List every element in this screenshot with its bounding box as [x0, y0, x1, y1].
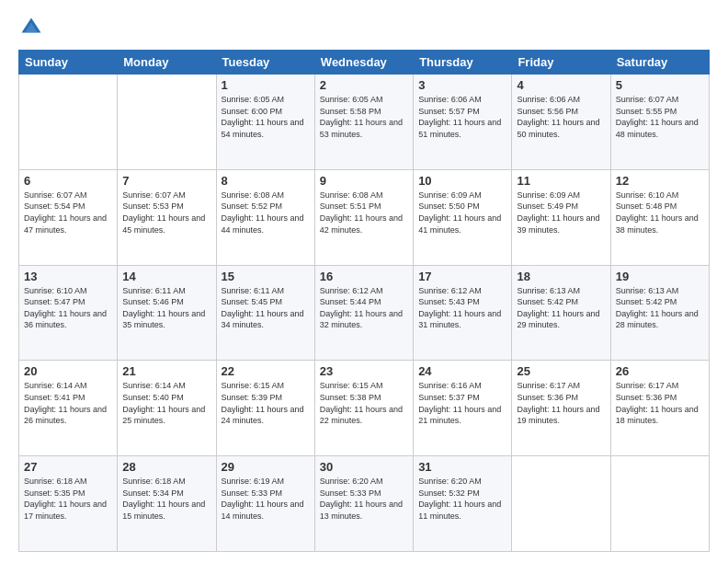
day-cell: 7Sunrise: 6:07 AM Sunset: 5:53 PM Daylig… [118, 169, 216, 265]
day-info: Sunrise: 6:09 AM Sunset: 5:50 PM Dayligh… [418, 190, 506, 236]
day-number: 20 [24, 364, 112, 378]
day-info: Sunrise: 6:20 AM Sunset: 5:32 PM Dayligh… [418, 476, 506, 522]
day-cell: 26Sunrise: 6:17 AM Sunset: 5:36 PM Dayli… [610, 361, 709, 456]
day-cell: 5Sunrise: 6:07 AM Sunset: 5:55 PM Daylig… [610, 75, 709, 170]
day-cell [19, 75, 118, 170]
day-info: Sunrise: 6:20 AM Sunset: 5:33 PM Dayligh… [320, 476, 408, 522]
day-number: 9 [320, 174, 408, 188]
day-cell: 28Sunrise: 6:18 AM Sunset: 5:34 PM Dayli… [118, 456, 216, 552]
day-number: 18 [517, 270, 605, 283]
day-number: 8 [222, 174, 310, 188]
day-cell: 3Sunrise: 6:06 AM Sunset: 5:57 PM Daylig… [414, 75, 512, 170]
day-cell: 10Sunrise: 6:09 AM Sunset: 5:50 PM Dayli… [414, 169, 512, 265]
day-info: Sunrise: 6:17 AM Sunset: 5:36 PM Dayligh… [616, 380, 704, 426]
day-info: Sunrise: 6:15 AM Sunset: 5:38 PM Dayligh… [320, 380, 408, 426]
day-info: Sunrise: 6:05 AM Sunset: 5:58 PM Dayligh… [320, 94, 408, 140]
day-info: Sunrise: 6:05 AM Sunset: 6:00 PM Dayligh… [222, 94, 310, 140]
day-number: 26 [616, 364, 704, 378]
day-cell [118, 75, 216, 170]
day-info: Sunrise: 6:15 AM Sunset: 5:39 PM Dayligh… [222, 380, 310, 426]
day-cell: 20Sunrise: 6:14 AM Sunset: 5:41 PM Dayli… [19, 361, 118, 456]
day-cell [512, 456, 610, 552]
week-row-4: 20Sunrise: 6:14 AM Sunset: 5:41 PM Dayli… [19, 361, 710, 456]
day-number: 25 [517, 364, 605, 378]
day-cell: 19Sunrise: 6:13 AM Sunset: 5:42 PM Dayli… [610, 265, 709, 361]
calendar: SundayMondayTuesdayWednesdayThursdayFrid… [18, 50, 710, 552]
day-number: 24 [418, 364, 506, 378]
day-number: 2 [320, 78, 408, 92]
day-cell: 30Sunrise: 6:20 AM Sunset: 5:33 PM Dayli… [314, 456, 413, 552]
day-cell: 16Sunrise: 6:12 AM Sunset: 5:44 PM Dayli… [314, 265, 413, 361]
day-cell: 2Sunrise: 6:05 AM Sunset: 5:58 PM Daylig… [314, 75, 413, 170]
day-cell: 4Sunrise: 6:06 AM Sunset: 5:56 PM Daylig… [512, 75, 610, 170]
day-cell: 25Sunrise: 6:17 AM Sunset: 5:36 PM Dayli… [512, 361, 610, 456]
day-cell: 14Sunrise: 6:11 AM Sunset: 5:46 PM Dayli… [118, 265, 216, 361]
day-number: 27 [24, 460, 112, 474]
day-info: Sunrise: 6:13 AM Sunset: 5:42 PM Dayligh… [517, 285, 605, 331]
day-cell: 1Sunrise: 6:05 AM Sunset: 6:00 PM Daylig… [216, 75, 314, 170]
day-cell: 15Sunrise: 6:11 AM Sunset: 5:45 PM Dayli… [216, 265, 314, 361]
week-row-5: 27Sunrise: 6:18 AM Sunset: 5:35 PM Dayli… [19, 456, 710, 552]
day-number: 10 [418, 174, 506, 188]
day-number: 1 [222, 78, 310, 92]
day-info: Sunrise: 6:11 AM Sunset: 5:45 PM Dayligh… [222, 285, 310, 331]
day-info: Sunrise: 6:12 AM Sunset: 5:44 PM Dayligh… [320, 285, 408, 331]
day-number: 21 [122, 364, 210, 378]
day-info: Sunrise: 6:07 AM Sunset: 5:54 PM Dayligh… [24, 190, 112, 236]
day-number: 4 [517, 78, 605, 92]
day-info: Sunrise: 6:16 AM Sunset: 5:37 PM Dayligh… [418, 380, 506, 426]
day-info: Sunrise: 6:14 AM Sunset: 5:40 PM Dayligh… [122, 380, 210, 426]
weekday-thursday: Thursday [414, 51, 512, 75]
day-cell: 29Sunrise: 6:19 AM Sunset: 5:33 PM Dayli… [216, 456, 314, 552]
day-number: 29 [222, 460, 310, 474]
day-number: 5 [616, 78, 704, 92]
day-number: 16 [320, 270, 408, 283]
weekday-sunday: Sunday [19, 51, 118, 75]
day-info: Sunrise: 6:06 AM Sunset: 5:57 PM Dayligh… [418, 94, 506, 140]
day-cell: 8Sunrise: 6:08 AM Sunset: 5:52 PM Daylig… [216, 169, 314, 265]
day-number: 23 [320, 364, 408, 378]
week-row-3: 13Sunrise: 6:10 AM Sunset: 5:47 PM Dayli… [19, 265, 710, 361]
day-cell: 17Sunrise: 6:12 AM Sunset: 5:43 PM Dayli… [414, 265, 512, 361]
weekday-tuesday: Tuesday [216, 51, 314, 75]
day-number: 12 [616, 174, 704, 188]
logo [18, 15, 48, 40]
day-number: 31 [418, 460, 506, 474]
day-info: Sunrise: 6:06 AM Sunset: 5:56 PM Dayligh… [517, 94, 605, 140]
weekday-monday: Monday [118, 51, 216, 75]
day-info: Sunrise: 6:11 AM Sunset: 5:46 PM Dayligh… [122, 285, 210, 331]
day-cell: 21Sunrise: 6:14 AM Sunset: 5:40 PM Dayli… [118, 361, 216, 456]
day-number: 30 [320, 460, 408, 474]
day-number: 6 [24, 174, 112, 188]
day-cell: 9Sunrise: 6:08 AM Sunset: 5:51 PM Daylig… [314, 169, 413, 265]
day-cell: 13Sunrise: 6:10 AM Sunset: 5:47 PM Dayli… [19, 265, 118, 361]
day-cell: 18Sunrise: 6:13 AM Sunset: 5:42 PM Dayli… [512, 265, 610, 361]
day-info: Sunrise: 6:19 AM Sunset: 5:33 PM Dayligh… [222, 476, 310, 522]
day-number: 7 [122, 174, 210, 188]
day-cell: 11Sunrise: 6:09 AM Sunset: 5:49 PM Dayli… [512, 169, 610, 265]
day-number: 17 [418, 270, 506, 283]
day-number: 15 [222, 270, 310, 283]
logo-icon [18, 15, 44, 40]
day-cell: 22Sunrise: 6:15 AM Sunset: 5:39 PM Dayli… [216, 361, 314, 456]
header [18, 15, 710, 40]
weekday-saturday: Saturday [610, 51, 709, 75]
day-info: Sunrise: 6:18 AM Sunset: 5:35 PM Dayligh… [24, 476, 112, 522]
day-cell: 23Sunrise: 6:15 AM Sunset: 5:38 PM Dayli… [314, 361, 413, 456]
day-number: 11 [517, 174, 605, 188]
day-info: Sunrise: 6:08 AM Sunset: 5:52 PM Dayligh… [222, 190, 310, 236]
day-info: Sunrise: 6:12 AM Sunset: 5:43 PM Dayligh… [418, 285, 506, 331]
day-info: Sunrise: 6:07 AM Sunset: 5:53 PM Dayligh… [122, 190, 210, 236]
day-cell: 24Sunrise: 6:16 AM Sunset: 5:37 PM Dayli… [414, 361, 512, 456]
day-number: 3 [418, 78, 506, 92]
week-row-2: 6Sunrise: 6:07 AM Sunset: 5:54 PM Daylig… [19, 169, 710, 265]
day-cell: 6Sunrise: 6:07 AM Sunset: 5:54 PM Daylig… [19, 169, 118, 265]
day-cell [610, 456, 709, 552]
day-info: Sunrise: 6:17 AM Sunset: 5:36 PM Dayligh… [517, 380, 605, 426]
day-cell: 31Sunrise: 6:20 AM Sunset: 5:32 PM Dayli… [414, 456, 512, 552]
day-info: Sunrise: 6:18 AM Sunset: 5:34 PM Dayligh… [122, 476, 210, 522]
day-info: Sunrise: 6:14 AM Sunset: 5:41 PM Dayligh… [24, 380, 112, 426]
day-number: 19 [616, 270, 704, 283]
day-info: Sunrise: 6:09 AM Sunset: 5:49 PM Dayligh… [517, 190, 605, 236]
week-row-1: 1Sunrise: 6:05 AM Sunset: 6:00 PM Daylig… [19, 75, 710, 170]
